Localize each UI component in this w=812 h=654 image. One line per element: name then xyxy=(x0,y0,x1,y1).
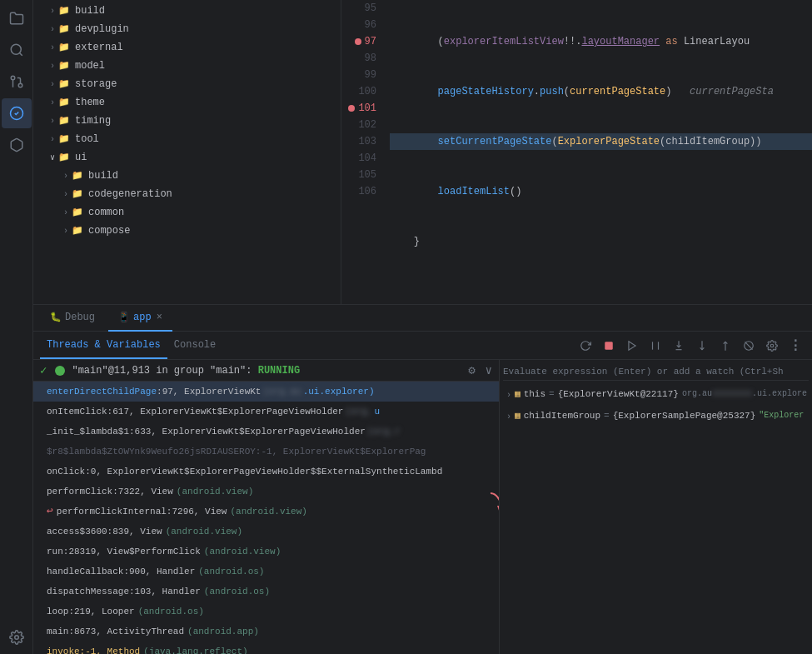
subtab-console[interactable]: Console xyxy=(167,332,222,359)
tree-item-ui-build[interactable]: › 📁 build xyxy=(33,167,341,185)
code-line-95: (explorerItemListView!!.layoutManager as… xyxy=(390,33,812,50)
tree-item-storage[interactable]: › 📁 storage xyxy=(33,75,341,93)
subtab-threads-label: Threads & Variables xyxy=(47,339,161,351)
svg-rect-5 xyxy=(605,342,613,349)
var-type-blurred-this: xxxxxxxx xyxy=(712,387,752,402)
frame-name-5: performClick:7322, View xyxy=(47,484,173,499)
variables-panel: Evaluate expression (Enter) or add a wat… xyxy=(500,360,812,654)
var-item-this[interactable]: › ▦ this = {ExplorerViewKt@22117} org.au… xyxy=(503,384,809,406)
tree-item-common[interactable]: › 📁 common xyxy=(33,203,341,222)
frame-file-13: (java.lang.reflect) xyxy=(143,644,247,654)
toolbar-step-out-btn[interactable] xyxy=(715,336,735,356)
toolbar-more-btn[interactable]: ⋮ xyxy=(785,336,805,356)
var-icon-this: ▦ xyxy=(515,387,521,402)
sidebar-icon-search[interactable] xyxy=(2,35,32,65)
stack-frame-5[interactable]: performClick:7322, View (android.view) xyxy=(33,482,499,502)
folder-icon-theme: 📁 xyxy=(58,97,72,108)
var-name-this: this xyxy=(524,387,545,402)
frame-name-3: $r8$lambda$ZtOWYnk9Weufo26jsRDIAUSEROY:-… xyxy=(47,444,426,459)
thread-status-dot xyxy=(55,366,65,376)
toolbar-step-into-btn[interactable] xyxy=(692,336,712,356)
folder-icon-common: 📁 xyxy=(72,207,85,218)
toolbar-settings-btn[interactable] xyxy=(762,336,782,356)
code-line-96: pageStateHistory.push(currentPageState) … xyxy=(390,83,812,100)
toolbar-step-down-btn[interactable] xyxy=(669,336,689,356)
tree-item-tool[interactable]: › 📁 tool xyxy=(33,130,341,148)
toolbar-pause-btn[interactable] xyxy=(645,336,665,356)
stack-frame-4[interactable]: onClick:0, ExplorerViewKt$ExplorerPageVi… xyxy=(33,462,499,482)
tree-item-devplugin[interactable]: › 📁 devplugin xyxy=(33,20,341,38)
tab-app-label: app xyxy=(133,312,152,323)
toolbar-stop-btn[interactable] xyxy=(599,336,619,356)
var-type-this: org.au xyxy=(682,387,712,402)
subtab-threads-variables[interactable]: Threads & Variables xyxy=(40,332,167,359)
var-type-suffix-this: .ui.explore xyxy=(752,387,807,402)
debug-panel: 🐛 Debug 📱 app × Threads & Variables Cons… xyxy=(33,304,812,654)
stack-frame-11[interactable]: loop:219, Looper (android.os) xyxy=(33,602,499,622)
stack-frame-13[interactable]: invoke:-1, Method (java.lang.reflect) xyxy=(33,642,499,654)
stack-frame-3[interactable]: $r8$lambda$ZtOWYnk9Weufo26jsRDIAUSEROY:-… xyxy=(33,442,499,462)
var-value-this: {ExplorerViewKt@22117} xyxy=(558,387,679,402)
code-content: 95 96 97 98 99 100 101 102 103 104 105 1… xyxy=(341,0,812,304)
stack-frame-0[interactable]: enterDirectChildPage:97, ExplorerViewKt … xyxy=(33,382,499,402)
subtab-console-label: Console xyxy=(174,339,216,351)
tree-arrow-build: › xyxy=(47,7,58,16)
toolbar-mute-btn[interactable] xyxy=(739,336,759,356)
tree-item-build[interactable]: › 📁 build xyxy=(33,2,341,20)
stack-frame-2[interactable]: _init_$lambda$1:633, ExplorerViewKt$Expl… xyxy=(33,422,499,442)
stack-frame-12[interactable]: main:8673, ActivityThread (android.app) xyxy=(33,622,499,642)
stack-frame-1[interactable]: onItemClick:617, ExplorerViewKt$Explorer… xyxy=(33,402,499,422)
sidebar-icon-debug[interactable] xyxy=(2,98,32,128)
tab-debug[interactable]: 🐛 Debug xyxy=(40,305,105,332)
stack-frame-9[interactable]: handleCallback:900, Handler (android.os) xyxy=(33,562,499,582)
tree-arrow-codegeneration: › xyxy=(60,190,72,199)
tree-label-build: build xyxy=(75,5,105,17)
frame-name-9: handleCallback:900, Handler xyxy=(47,564,195,579)
tab-app-close[interactable]: × xyxy=(157,312,162,323)
subtab-toolbar-row: Threads & Variables Console xyxy=(33,332,812,360)
tree-item-codegeneration[interactable]: › 📁 codegeneration xyxy=(33,185,341,203)
file-tree: › 📁 build › 📁 devplugin › 📁 external xyxy=(33,0,341,304)
arrow-annotation-container: performClick:7322, View (android.view) ↩… xyxy=(33,482,499,522)
folder-icon-model: 📁 xyxy=(58,60,72,72)
tree-item-compose[interactable]: › 📁 compose xyxy=(33,222,341,240)
sidebar-icon-git[interactable] xyxy=(2,67,32,97)
stack-frame-10[interactable]: dispatchMessage:103, Handler (android.os… xyxy=(33,582,499,602)
folder-icon-build: 📁 xyxy=(58,5,72,17)
stack-frame-7[interactable]: access$3600:839, View (android.view) xyxy=(33,522,499,542)
tree-item-theme[interactable]: › 📁 theme xyxy=(33,93,341,112)
threads-panel: ✓ "main"@11,913 in group "main": RUNNING… xyxy=(33,360,500,654)
folder-icon-codegeneration: 📁 xyxy=(72,188,85,200)
stack-frame-6[interactable]: ↩ performClickInternal:7296, View (andro… xyxy=(33,502,499,522)
tab-app[interactable]: 📱 app × xyxy=(108,305,172,332)
evaluate-bar[interactable]: Evaluate expression (Enter) or add a wat… xyxy=(503,363,809,381)
sidebar-icon-extensions[interactable] xyxy=(2,130,32,160)
folder-icon-ui-build: 📁 xyxy=(72,170,85,182)
tree-item-external[interactable]: › 📁 external xyxy=(33,38,341,57)
thread-expand-icon[interactable]: ∨ xyxy=(486,363,492,377)
thread-filter-icon[interactable]: ⚙ xyxy=(468,363,475,377)
toolbar-refresh-btn[interactable] xyxy=(575,336,595,356)
thread-check-icon: ✓ xyxy=(40,363,47,377)
tree-label-model: model xyxy=(75,60,105,72)
tree-item-ui[interactable]: ∨ 📁 ui xyxy=(33,148,341,167)
folder-icon-ui: 📁 xyxy=(58,152,72,163)
tree-label-external: external xyxy=(75,42,123,53)
folder-icon-external: 📁 xyxy=(58,42,72,53)
toolbar-resume-btn[interactable] xyxy=(622,336,642,356)
frame-name-8: run:28319, View$PerformClick xyxy=(47,544,201,559)
var-item-childitemgroup[interactable]: › ▦ childItemGroup = {ExplorerSamplePage… xyxy=(503,406,809,427)
tree-label-devplugin: devplugin xyxy=(75,23,129,35)
sidebar-icon-folder[interactable] xyxy=(2,3,32,33)
tree-item-timing[interactable]: › 📁 timing xyxy=(33,112,341,130)
stack-frame-8[interactable]: run:28319, View$PerformClick (android.vi… xyxy=(33,542,499,562)
tree-item-model[interactable]: › 📁 model xyxy=(33,57,341,75)
main-content: › 📁 build › 📁 devplugin › 📁 external xyxy=(33,0,812,654)
tree-label-tool: tool xyxy=(75,133,99,145)
frame-name-6: performClickInternal:7296, View xyxy=(57,504,227,519)
debug-content: ✓ "main"@11,913 in group "main": RUNNING… xyxy=(33,360,812,654)
code-line-97: setCurrentPageState(ExplorerPageState(ch… xyxy=(390,133,812,150)
return-arrow-icon: ↩ xyxy=(47,504,53,519)
sidebar-icon-settings[interactable] xyxy=(2,622,32,652)
tree-arrow-common: › xyxy=(60,208,72,217)
